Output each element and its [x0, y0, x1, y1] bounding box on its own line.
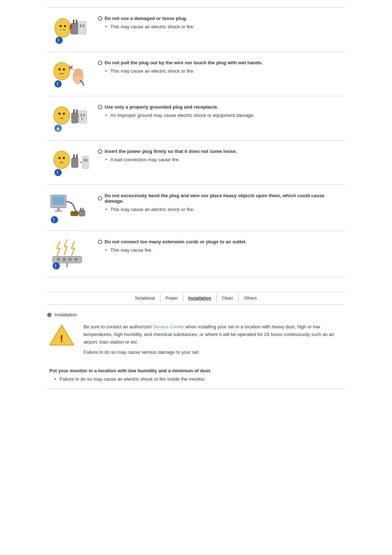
bullet-circle-icon [98, 16, 102, 21]
pull-plug-illustration: ! [49, 58, 89, 89]
warning-grounded-plug-body: An improper ground may cause electric sh… [98, 112, 345, 119]
svg-rect-46 [84, 159, 85, 162]
svg-text:!: ! [53, 217, 55, 223]
damaged-plug-illustration: ! ! [49, 14, 89, 45]
grounded-plug-icon-area [47, 103, 91, 134]
svg-rect-54 [79, 210, 85, 216]
warning-pull-plug-body: This may cause an electric shock or fire… [98, 68, 345, 75]
svg-rect-59 [57, 258, 60, 261]
warning-body-item: This may cause fire. [105, 247, 345, 254]
warning-extension-cords-title: Do not connect too many extension cords … [98, 239, 345, 244]
bullet-circle-icon [98, 196, 102, 200]
warning-plug-firmly-title: Insert the power plug firmly so that it … [98, 149, 345, 154]
install-warning2-body: Failure to do so may cause an electric s… [47, 376, 345, 383]
svg-rect-50 [57, 207, 60, 210]
svg-point-38 [58, 157, 61, 159]
svg-rect-32 [76, 109, 78, 114]
svg-rect-56 [82, 208, 83, 211]
svg-rect-11 [83, 24, 84, 27]
svg-rect-9 [78, 21, 86, 34]
svg-text:!: ! [61, 28, 63, 33]
bend-plug-icon-area: ! [47, 191, 91, 224]
install-warning2-title: Put your monitor in a location with low … [47, 368, 345, 373]
warning-extension-cords-content: Do not connect too many extension cords … [98, 238, 345, 254]
svg-point-23 [54, 107, 70, 124]
svg-rect-51 [55, 210, 62, 212]
svg-point-25 [63, 113, 65, 115]
warning-bend-plug-content: Do not excessively bend the plug and wir… [98, 191, 345, 213]
svg-point-39 [63, 157, 65, 159]
bullet-circle-icon [98, 149, 102, 154]
svg-text:!: ! [55, 263, 57, 269]
svg-point-14 [63, 68, 65, 70]
service-center-link[interactable]: Service Center [153, 324, 184, 329]
svg-text:!: ! [57, 81, 58, 87]
warning-grounded-plug: Use only a properly grounded plug and re… [47, 96, 345, 141]
svg-rect-33 [79, 111, 87, 123]
warnings-list: ! ! D [47, 7, 345, 277]
install-triangle-icon: ! [49, 323, 74, 347]
svg-rect-61 [69, 258, 72, 261]
svg-point-37 [54, 151, 70, 169]
svg-rect-30 [72, 113, 78, 123]
svg-rect-55 [80, 208, 81, 211]
warning-damaged-plug-content: Do not use a damaged or loose plug. This… [98, 14, 345, 31]
warning-grounded-plug-title: Use only a properly grounded plug and re… [98, 104, 345, 110]
installation-body1: Be sure to contact an authorized Service… [83, 323, 345, 346]
bullet-circle-icon [98, 240, 102, 244]
installation-warning-block: ! Be sure to contact an authorized Servi… [47, 323, 345, 356]
warning-grounded-plug-content: Use only a properly grounded plug and re… [98, 103, 345, 119]
svg-point-24 [58, 113, 61, 115]
svg-rect-18 [74, 69, 77, 76]
svg-rect-44 [76, 154, 78, 159]
warning-bend-plug-body: This may cause an electric shock or fire… [98, 206, 345, 213]
svg-point-1 [60, 25, 62, 27]
section-bullet-icon [47, 313, 52, 317]
main-page: ! ! D [33, 0, 359, 396]
nav-installation[interactable]: Installation [183, 294, 217, 302]
install-caution-icon-area: ! [47, 323, 76, 347]
warning-body-item: This may cause an electric shock or fire… [105, 23, 345, 31]
warning-bend-plug-title: Do not excessively bend the plug and wir… [98, 193, 345, 204]
svg-rect-10 [80, 24, 81, 27]
svg-rect-60 [63, 258, 66, 261]
bend-plug-illustration: ! [49, 191, 89, 224]
svg-rect-57 [71, 211, 78, 216]
warning-pull-plug-content: Do not pull the plug out by the wire nor… [98, 58, 345, 75]
warning-damaged-plug-body: This may cause an electric shock or fire… [98, 23, 345, 31]
svg-rect-34 [81, 114, 82, 117]
warning-bend-plug: ! Do not excessively bend the plug and w… [47, 185, 345, 231]
bullet-circle-icon [98, 61, 102, 65]
svg-rect-19 [77, 68, 79, 76]
extension-cords-illustration: ! [49, 238, 89, 270]
nav-power[interactable]: Power [160, 294, 183, 302]
install-warning2-content: Put your monitor in a location with low … [47, 368, 345, 383]
warning-body-item: An improper ground may cause electric sh… [105, 112, 345, 119]
svg-rect-49 [53, 197, 64, 205]
svg-text:!: ! [58, 37, 60, 43]
plug-firmly-illustration: ! [49, 147, 89, 178]
warning-extension-cords: ! Do not connect too many extension cord… [47, 231, 345, 277]
installation-label: Installation [54, 312, 77, 317]
warning-plug-firmly-body: A bad connection may cause fire. [98, 156, 345, 163]
navigation-bar: Notational Power Installation Clean Othe… [47, 292, 345, 305]
svg-point-13 [58, 68, 61, 70]
svg-rect-8 [76, 20, 77, 24]
svg-rect-36 [82, 117, 83, 120]
installation-section: Installation ! Be sure to contact an aut… [47, 312, 345, 389]
svg-rect-42 [72, 158, 78, 167]
nav-others[interactable]: Others [238, 294, 262, 302]
warning-plug-firmly: ! Insert the power plug firmly so tha [47, 141, 345, 185]
svg-rect-62 [74, 258, 77, 261]
nav-clean[interactable]: Clean [217, 294, 238, 302]
extension-cords-icon-area: ! [47, 238, 91, 270]
damaged-plug-icon-area: ! ! [47, 14, 91, 45]
installation-header: Installation [47, 312, 345, 317]
svg-rect-43 [73, 154, 75, 159]
nav-notational[interactable]: Notational [130, 294, 160, 302]
bullet-circle-icon [98, 105, 102, 109]
svg-rect-45 [82, 156, 89, 169]
warning-body-item: This may cause an electric shock or fire… [105, 206, 345, 213]
warning-damaged-plug: ! ! D [47, 7, 345, 52]
svg-rect-31 [73, 109, 75, 114]
